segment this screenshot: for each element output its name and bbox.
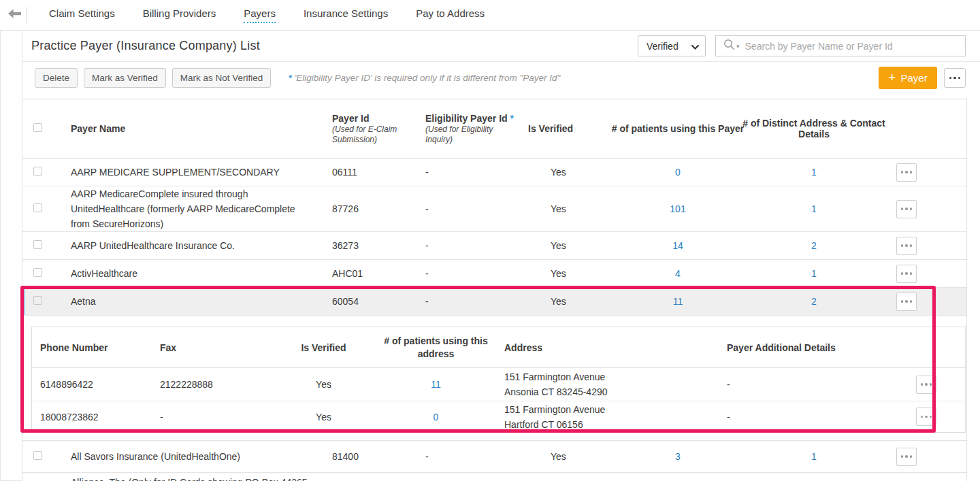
col-is-verified: Is Verified <box>267 342 380 353</box>
is-verified: Yes <box>520 451 613 462</box>
eligibility-payer-id: - <box>424 240 520 251</box>
page-title: Practice Payer (Insurance Company) List <box>31 39 260 53</box>
payer-id: 87726 <box>332 203 424 214</box>
eligibility-payer-id: - <box>424 296 520 307</box>
filter-selected-value: Verified <box>647 41 691 52</box>
payer-name: All Savors Insurance (UnitedHealthOne) <box>71 449 332 464</box>
row-actions-button[interactable] <box>896 163 917 182</box>
search-caret-icon[interactable]: ▾ <box>736 43 740 50</box>
phone-number: 6148896422 <box>32 379 152 390</box>
tab-billing-providers[interactable]: Billing Providers <box>143 7 216 23</box>
row-actions-button[interactable] <box>896 200 917 218</box>
addresses-count-link[interactable]: 1 <box>811 167 817 178</box>
payer-id: 06111 <box>332 167 424 178</box>
table-row: ActivHealthcare AHC01 - Yes 4 1 <box>22 260 966 288</box>
add-payer-button[interactable]: + Payer <box>879 67 937 89</box>
addresses-count-link[interactable]: 1 <box>811 268 817 279</box>
row-actions-button[interactable] <box>896 293 917 311</box>
col-payer-id: Payer Id (Used for E-Claim Submission) <box>332 113 424 145</box>
delete-button[interactable]: Delete <box>35 68 78 88</box>
is-verified: Yes <box>267 379 380 390</box>
payer-name: AARP MedicareComplete insured through Un… <box>71 186 332 231</box>
addresses-count-link[interactable]: 1 <box>811 451 817 462</box>
row-checkbox[interactable] <box>33 167 42 176</box>
table-row: AARP MedicareComplete insured through Un… <box>22 186 966 232</box>
patients-count-link[interactable]: 11 <box>673 296 683 307</box>
row-checkbox[interactable] <box>33 203 42 212</box>
col-phone-number: Phone Number <box>32 342 152 353</box>
payer-additional-details: - <box>713 379 911 390</box>
address: 151 Farmington Avenue Hartford CT 06156 <box>492 402 713 432</box>
is-verified: Yes <box>520 203 613 214</box>
payer-id: 60054 <box>332 296 424 307</box>
patients-count-link[interactable]: 4 <box>675 268 681 279</box>
col-patients-using-address: # of patients using this address <box>372 335 500 361</box>
col-payer-name: Payer Name <box>71 121 332 136</box>
payer-additional-details: - <box>713 412 911 422</box>
payer-name: ActivHealthcare <box>71 266 332 281</box>
row-checkbox[interactable] <box>33 240 42 249</box>
tab-claim-settings[interactable]: Claim Settings <box>49 7 115 23</box>
addresses-count-link[interactable]: 2 <box>811 296 817 307</box>
note-asterisk: * <box>288 73 291 83</box>
verified-filter-select[interactable]: Verified <box>638 35 706 56</box>
eligibility-payer-id: - <box>424 268 520 279</box>
is-verified: Yes <box>267 412 380 422</box>
topbar-divider <box>26 7 27 23</box>
payer-table: Payer Name Payer Id (Used for E-Claim Su… <box>22 99 967 481</box>
addresses-count-link[interactable]: 2 <box>811 240 817 251</box>
fax: 2122228888 <box>152 379 267 390</box>
payer-name: Alliance, The (Only for ID Cards showing… <box>71 473 332 481</box>
patients-count-link[interactable]: 0 <box>675 167 681 178</box>
row-checkbox[interactable] <box>33 296 42 305</box>
chevron-down-icon <box>691 40 705 52</box>
tab-insurance-settings[interactable]: Insurance Settings <box>304 7 388 23</box>
eligibility-payer-id: - <box>424 203 520 214</box>
settings-tabs: Claim Settings Billing Providers Payers … <box>49 7 485 23</box>
plus-icon: + <box>888 71 896 84</box>
toolbar-more-actions-button[interactable] <box>944 68 966 88</box>
addresses-count-link[interactable]: 1 <box>811 203 817 214</box>
select-all-checkbox[interactable] <box>33 123 42 132</box>
row-checkbox[interactable] <box>33 451 42 460</box>
col-payer-additional-details: Payer Additional Details <box>713 342 911 353</box>
row-actions-button[interactable] <box>896 265 917 283</box>
detail-header-row: Phone Number Fax Is Verified # of patien… <box>32 327 965 368</box>
payer-name: AARP MEDICARE SUPPLEMENT/SECONDARY <box>71 165 332 180</box>
row-actions-button[interactable] <box>896 448 917 466</box>
patients-using-address-link[interactable]: 11 <box>431 379 441 390</box>
detail-row-actions-button[interactable] <box>916 408 936 426</box>
search-box: ▾ <box>715 35 966 56</box>
phone-number: 18008723862 <box>32 412 152 422</box>
mark-as-not-verified-button[interactable]: Mark as Not Verified <box>172 68 272 88</box>
back-arrow-icon <box>8 9 21 21</box>
content-area: Practice Payer (Insurance Company) List … <box>22 31 980 481</box>
table-row: AARP MEDICARE SUPPLEMENT/SECONDARY 06111… <box>22 159 966 186</box>
eligibility-payer-id: - <box>424 451 520 462</box>
tab-payers[interactable]: Payers <box>244 7 276 23</box>
mark-as-verified-button[interactable]: Mark as Verified <box>84 68 166 88</box>
add-payer-label: Payer <box>900 72 927 84</box>
address-contact-table: Phone Number Fax Is Verified # of patien… <box>31 327 966 433</box>
table-row-partial: Alliance, The (Only for ID Cards showing… <box>22 473 966 481</box>
title-row: Practice Payer (Insurance Company) List … <box>22 31 980 62</box>
patients-using-address-link[interactable]: 0 <box>434 412 439 422</box>
top-tab-bar: Claim Settings Billing Providers Payers … <box>0 0 980 31</box>
col-distinct-address: # of Distinct Address & Contact Details <box>742 118 885 139</box>
address: 151 Farmington Avenue Ansonia CT 83245-4… <box>492 369 713 399</box>
col-address: Address <box>492 340 713 355</box>
is-verified: Yes <box>520 167 613 178</box>
row-actions-button[interactable] <box>896 237 917 255</box>
back-button[interactable] <box>6 7 22 23</box>
patients-count-link[interactable]: 14 <box>672 240 683 251</box>
row-checkbox[interactable] <box>33 268 42 277</box>
table-header-row: Payer Name Payer Id (Used for E-Claim Su… <box>22 99 966 159</box>
table-row-selected: Aetna 60054 - Yes 11 2 <box>22 288 966 316</box>
payer-name: Aetna <box>71 294 332 309</box>
search-input[interactable] <box>745 41 965 52</box>
detail-row-actions-button[interactable] <box>916 376 936 394</box>
patients-count-link[interactable]: 101 <box>670 203 685 214</box>
patients-count-link[interactable]: 3 <box>675 451 681 462</box>
tab-pay-to-address[interactable]: Pay to Address <box>416 7 485 23</box>
payer-id: 36273 <box>332 240 424 251</box>
